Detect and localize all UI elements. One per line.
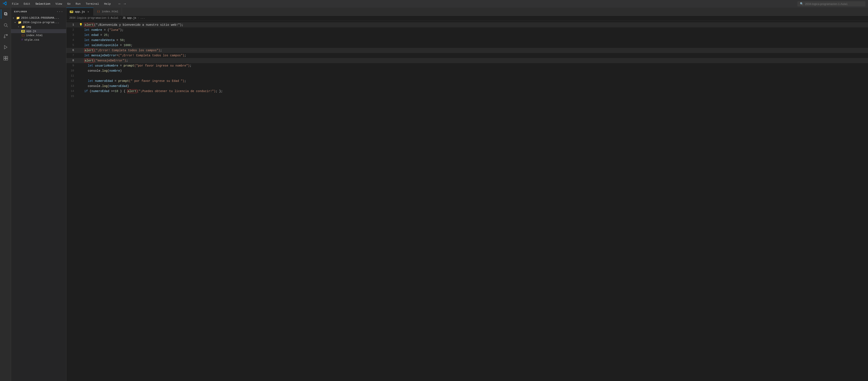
- menu-file[interactable]: File: [11, 2, 19, 6]
- sidebar-item-indexhtml[interactable]: ⟨⟩index.html: [11, 33, 66, 38]
- token-kw: let: [88, 64, 95, 67]
- sidebar-item-stylecss[interactable]: #style.css: [11, 38, 66, 42]
- token-punct: ;: [184, 54, 186, 57]
- line-content-13[interactable]: console.log(numeroEdad): [83, 84, 868, 89]
- token-punct: ): [127, 85, 129, 88]
- search-input[interactable]: [805, 2, 860, 5]
- line-content-12[interactable]: let numeroEdad = prompt(" por favor ingr…: [83, 78, 868, 84]
- line-content-4[interactable]: let numeroDeVenta = 50;: [83, 38, 868, 43]
- line-content-2[interactable]: let nombre = ("luna");: [83, 27, 868, 33]
- token-op: =: [115, 38, 120, 42]
- breadcrumb: 2034-logica-programacion-1-Aula1 › JS ap…: [66, 16, 868, 21]
- line-content-6[interactable]: alert("¡Error! Completa todos los campos…: [83, 48, 868, 53]
- menu-go[interactable]: Go: [66, 2, 71, 6]
- token-plain: console: [88, 85, 100, 88]
- sidebar-item-sub[interactable]: ▾📁2034-logica-program...: [11, 20, 66, 25]
- menu-selection[interactable]: Selection: [34, 2, 51, 6]
- token-plain: console: [88, 69, 100, 72]
- token-str: ("¡Error! Completa todos los campos"): [94, 49, 160, 52]
- token-str: ("¡Error! Completa todos los campos"): [118, 54, 184, 57]
- token-fn: prompt: [118, 79, 129, 83]
- line-number-1: 1: [66, 22, 78, 27]
- token-op: =: [102, 28, 107, 32]
- menu-view[interactable]: View: [55, 2, 63, 6]
- tabs-container: JSapp.js✕⟨⟩index.html: [66, 8, 122, 16]
- code-line-3: 3let edad = 25;: [66, 33, 868, 38]
- line-content-9[interactable]: let usuarioNombre = prompt("por favor in…: [83, 63, 868, 68]
- tab-close-button[interactable]: ✕: [87, 10, 90, 13]
- token-str: ("por favor ingrese su nombre"): [134, 64, 190, 67]
- token-kw: let: [88, 79, 95, 83]
- line-number-10: 10: [66, 68, 78, 73]
- token-kw: let: [84, 28, 91, 32]
- token-punct: ;: [160, 49, 162, 52]
- nav-buttons: ← →: [118, 2, 127, 6]
- menu-run[interactable]: Run: [75, 2, 81, 6]
- token-punct: .: [100, 85, 102, 88]
- token-punct: ;: [131, 43, 132, 47]
- arrow-icon: ▾: [13, 17, 16, 19]
- token-punct: ;: [190, 64, 191, 67]
- nav-back-button[interactable]: ←: [118, 2, 122, 6]
- token-punct: ;: [124, 38, 125, 42]
- sidebar-item-img[interactable]: ›📁img: [11, 25, 66, 29]
- tab-indexhtml[interactable]: ⟨⟩index.html: [94, 8, 122, 16]
- breadcrumb-sep-1: ›: [120, 17, 121, 20]
- token-var: numeroEdad: [91, 90, 110, 93]
- sidebar-title: Explorer: [14, 10, 27, 13]
- code-line-11: 11: [66, 73, 868, 78]
- sidebar-item-appjs[interactable]: JSapp.js: [11, 29, 66, 33]
- svg-point-0: [4, 24, 7, 26]
- menu-terminal[interactable]: Terminal: [85, 2, 100, 6]
- token-kw: let: [84, 33, 91, 37]
- line-number-15: 15: [66, 94, 78, 99]
- search-icon: 🔍: [800, 2, 803, 5]
- token-str: (" por favor ingrese su Edad "): [129, 79, 184, 83]
- main-layout: ⧉ Explorer ···: [0, 8, 868, 381]
- html-file-icon: ⟨⟩: [21, 34, 25, 37]
- code-line-15: 15: [66, 94, 868, 99]
- token-fn-box: alert: [84, 23, 94, 27]
- line-content-14[interactable]: if (numeroEdad >=18 ) { alert("¡Puedes o…: [83, 89, 868, 94]
- code-editor[interactable]: 1💡alert("¡Bienvenida y bienvenido a nues…: [66, 21, 868, 381]
- line-content-1[interactable]: alert("¡Bienvenida y bienvenido a nuestr…: [83, 22, 868, 27]
- token-op: =: [118, 64, 124, 67]
- source-control-activity-icon[interactable]: [1, 31, 10, 41]
- line-content-3[interactable]: let edad = 25;: [83, 33, 868, 38]
- svg-point-2: [4, 37, 5, 38]
- line-content-7[interactable]: let mensajeDeError=("¡Error! Completa to…: [83, 53, 868, 58]
- line-number-6: 6: [66, 48, 78, 53]
- svg-rect-8: [6, 59, 7, 60]
- folder-icon: 📁: [18, 21, 22, 24]
- line-content-8[interactable]: alert("mensajeDeError");: [83, 58, 868, 63]
- token-fn: log: [102, 85, 107, 88]
- token-fn: log: [102, 69, 107, 72]
- extensions-activity-icon[interactable]: [1, 54, 10, 63]
- explorer-activity-icon[interactable]: ⧉: [1, 9, 10, 19]
- tab-js-icon: JS: [70, 11, 73, 13]
- code-line-6: 6alert("¡Error! Completa todos los campo…: [66, 48, 868, 53]
- token-str: ("mensajeDeError"): [94, 59, 126, 62]
- line-number-4: 4: [66, 38, 78, 43]
- tabs-bar: JSapp.js✕⟨⟩index.html: [66, 8, 868, 16]
- token-num: 25: [104, 33, 107, 37]
- token-punct: ; };: [216, 90, 223, 93]
- tree-item-label: style.css: [24, 38, 39, 41]
- nav-forward-button[interactable]: →: [123, 2, 127, 6]
- run-debug-activity-icon[interactable]: [1, 42, 10, 52]
- sidebar-actions[interactable]: ···: [56, 10, 63, 13]
- sidebar-item-root[interactable]: ▾📁2034-LOGICA-PROGRAMA...: [11, 16, 66, 20]
- sidebar-tree: ▾📁2034-LOGICA-PROGRAMA...▾📁2034-logica-p…: [11, 16, 66, 42]
- tab-label: index.html: [102, 10, 118, 13]
- search-activity-icon[interactable]: [1, 21, 10, 30]
- token-punct: ;: [126, 59, 128, 62]
- line-content-5[interactable]: let saldoDisponible = 1000;: [83, 43, 868, 48]
- token-var: nombre: [110, 69, 120, 72]
- menu-help[interactable]: Help: [103, 2, 112, 6]
- line-content-10[interactable]: console.log(nombre): [83, 68, 868, 73]
- menu-edit[interactable]: Edit: [23, 2, 31, 6]
- tab-appjs[interactable]: JSapp.js✕: [66, 8, 94, 16]
- line-number-8: 8: [66, 58, 78, 63]
- line-number-3: 3: [66, 33, 78, 38]
- search-bar[interactable]: 🔍: [797, 1, 865, 6]
